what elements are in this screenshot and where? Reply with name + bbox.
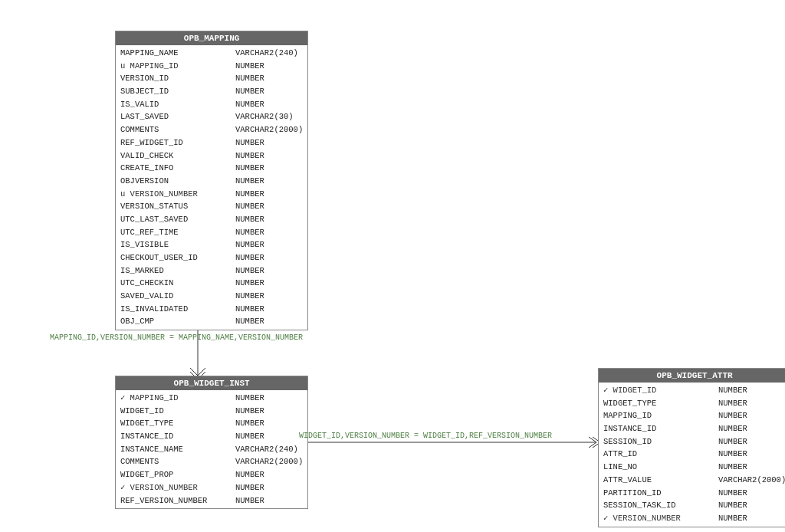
table-row: IS_MARKED NUMBER	[116, 264, 307, 277]
table-row: VERSION_STATUS NUMBER	[116, 200, 307, 213]
table-row: MAPPING_ID NUMBER	[599, 409, 785, 422]
table-row: INSTANCE_ID NUMBER	[599, 422, 785, 435]
table-row: LAST_SAVED VARCHAR2(30)	[116, 110, 307, 123]
table-header-opb-widget-inst: OPB_WIDGET_INST	[116, 376, 307, 390]
table-row: SAVED_VALID NUMBER	[116, 290, 307, 303]
table-row: UTC_LAST_SAVED NUMBER	[116, 213, 307, 226]
svg-line-2	[198, 368, 205, 376]
relation-label-2: WIDGET_ID,VERSION_NUMBER = WIDGET_ID,REF…	[299, 432, 552, 440]
table-row: UTC_CHECKIN NUMBER	[116, 277, 307, 290]
table-row: ✓ VERSION_NUMBER NUMBER	[599, 512, 785, 525]
table-row: ✓ VERSION_NUMBER NUMBER	[116, 481, 307, 494]
table-row: WIDGET_TYPE NUMBER	[116, 417, 307, 430]
table-row: INSTANCE_ID NUMBER	[116, 430, 307, 443]
table-row: REF_VERSION_NUMBER NUMBER	[116, 494, 307, 507]
svg-line-6	[589, 437, 596, 442]
table-opb-mapping: OPB_MAPPING MAPPING_NAME VARCHAR2(240) u…	[115, 31, 308, 330]
table-body-opb-widget-inst: ✓ MAPPING_ID NUMBER WIDGET_ID NUMBER WID…	[116, 390, 307, 508]
table-body-opb-widget-attr: ✓ WIDGET_ID NUMBER WIDGET_TYPE NUMBER MA…	[599, 383, 785, 527]
table-row: ✓ WIDGET_ID NUMBER	[599, 384, 785, 397]
table-opb-widget-inst: OPB_WIDGET_INST ✓ MAPPING_ID NUMBER WIDG…	[115, 376, 308, 509]
table-row: VERSION_ID NUMBER	[116, 72, 307, 85]
table-row: COMMENTS VARCHAR2(2000)	[116, 123, 307, 136]
table-row: IS_INVALIDATED NUMBER	[116, 303, 307, 316]
table-row: CREATE_INFO NUMBER	[116, 162, 307, 175]
table-row: SESSION_TASK_ID NUMBER	[599, 499, 785, 512]
table-row: REF_WIDGET_ID NUMBER	[116, 136, 307, 149]
table-header-opb-mapping: OPB_MAPPING	[116, 31, 307, 45]
relation-label-1: MAPPING_ID,VERSION_NUMBER = MAPPING_NAME…	[50, 333, 303, 342]
table-row: LINE_NO NUMBER	[599, 461, 785, 474]
table-row: u MAPPING_ID NUMBER	[116, 60, 307, 73]
table-row: IS_VISIBLE NUMBER	[116, 238, 307, 251]
table-row: VALID_CHECK NUMBER	[116, 149, 307, 163]
table-row: UTC_REF_TIME NUMBER	[116, 226, 307, 239]
table-row: INSTANCE_NAME VARCHAR2(240)	[116, 443, 307, 456]
table-header-opb-widget-attr: OPB_WIDGET_ATTR	[599, 369, 785, 383]
svg-line-7	[589, 442, 596, 448]
table-row: u VERSION_NUMBER NUMBER	[116, 188, 307, 201]
table-row: MAPPING_NAME VARCHAR2(240)	[116, 47, 307, 60]
table-row: COMMENTS VARCHAR2(2000)	[116, 455, 307, 468]
table-body-opb-mapping: MAPPING_NAME VARCHAR2(240) u MAPPING_ID …	[116, 45, 307, 330]
table-row: OBJ_CMP NUMBER	[116, 315, 307, 328]
table-row: WIDGET_ID NUMBER	[116, 405, 307, 418]
table-opb-widget-attr: OPB_WIDGET_ATTR ✓ WIDGET_ID NUMBER WIDGE…	[598, 368, 785, 527]
table-row: PARTITION_ID NUMBER	[599, 487, 785, 500]
table-row: ATTR_ID NUMBER	[599, 448, 785, 461]
table-row: CHECKOUT_USER_ID NUMBER	[116, 251, 307, 264]
table-row: WIDGET_TYPE NUMBER	[599, 397, 785, 410]
table-row: SESSION_ID NUMBER	[599, 435, 785, 448]
table-row: OBJVERSION NUMBER	[116, 175, 307, 188]
table-row: ATTR_VALUE VARCHAR2(2000)	[599, 474, 785, 487]
svg-line-1	[190, 368, 198, 376]
table-row: SUBJECT_ID NUMBER	[116, 85, 307, 98]
table-row: ✓ MAPPING_ID NUMBER	[116, 392, 307, 405]
table-row: IS_VALID NUMBER	[116, 98, 307, 111]
diagram-canvas: OPB_MAPPING MAPPING_NAME VARCHAR2(240) u…	[0, 0, 785, 532]
table-row: WIDGET_PROP NUMBER	[116, 468, 307, 481]
